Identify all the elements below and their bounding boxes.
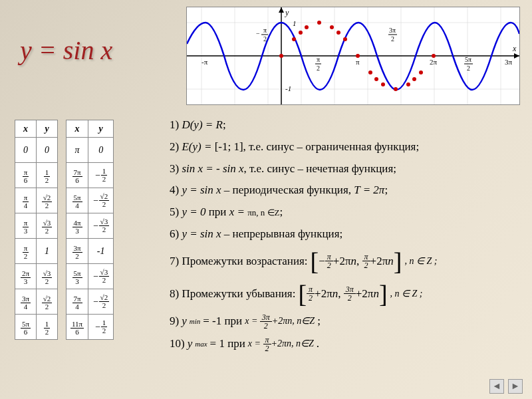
prop-9: 9) ymin= -1 при x = 3π2+2πn, n∈Z ;: [170, 313, 522, 330]
prop-5: 5) y = 0 при x = πn, n ∈Z;: [170, 204, 522, 220]
svg-point-17: [279, 54, 283, 58]
prop-10: 10) ymax= 1 при x = π2+2πn, n∈Z .: [170, 336, 522, 352]
nav-buttons: ◄ ►: [489, 379, 523, 394]
svg-point-18: [292, 37, 296, 41]
prop-6: 6) y = sin x – непрерывная функция;: [170, 226, 522, 242]
svg-point-22: [330, 25, 334, 29]
svg-point-23: [336, 31, 340, 35]
svg-text:5π: 5π: [465, 56, 471, 63]
svg-point-26: [368, 70, 372, 74]
prop-4: 4) y = sin x – периодическая функция, T …: [170, 182, 522, 198]
table-2: xy π0 7π6−12 5π4−√22 4π3−√32 3π2-1 5π3−√…: [66, 120, 114, 340]
table-1: xy 00 π612 π4√22 π3√32 π21 2π3√32 3π4√22…: [15, 120, 58, 340]
prop-7: 7) Промежутки возрастания: [−π2+2πn, π2+…: [170, 248, 522, 275]
svg-text:3π: 3π: [505, 58, 513, 66]
svg-text:y: y: [285, 8, 289, 17]
svg-text:1: 1: [293, 19, 297, 27]
svg-text:π: π: [317, 56, 320, 63]
svg-text:3π: 3π: [389, 27, 396, 34]
svg-point-31: [412, 77, 416, 81]
svg-point-20: [305, 25, 309, 29]
svg-point-27: [374, 77, 378, 81]
svg-text:2: 2: [467, 65, 470, 72]
svg-marker-16: [279, 7, 284, 13]
svg-point-30: [406, 82, 410, 86]
svg-text:π: π: [263, 27, 267, 34]
prop-3: 3) sin x = - sin x, т.е. синус – нечетна…: [170, 161, 522, 177]
nav-prev[interactable]: ◄: [489, 379, 504, 394]
properties-list: 1) D(y) = R; 2) E(y) = [-1; 1], т.е. син…: [170, 117, 522, 358]
page-title: y = sin x: [20, 35, 112, 66]
svg-text:2: 2: [391, 35, 394, 43]
svg-text:2π: 2π: [430, 58, 438, 66]
svg-point-21: [317, 21, 321, 25]
prop-2: 2) E(y) = [-1; 1], т.е. синус – ограниче…: [170, 139, 522, 155]
svg-point-19: [299, 31, 303, 35]
svg-text:2: 2: [263, 35, 267, 43]
prop-1: 1) D(y) = R;: [170, 117, 522, 133]
svg-point-28: [381, 82, 385, 86]
svg-text:−: −: [256, 30, 260, 37]
svg-point-32: [419, 70, 423, 74]
prop-8: 8) Промежутки убывания: [π2+2πn, 3π2+2πn…: [170, 281, 522, 307]
nav-next[interactable]: ►: [508, 379, 523, 394]
svg-marker-15: [514, 53, 519, 59]
svg-text:-1: -1: [285, 84, 291, 92]
svg-text:-π: -π: [201, 58, 208, 66]
svg-text:π: π: [356, 58, 360, 66]
svg-text:2: 2: [317, 65, 320, 72]
svg-text:x: x: [512, 44, 517, 53]
svg-point-24: [343, 37, 347, 41]
value-tables: xy 00 π612 π4√22 π3√32 π21 2π3√32 3π4√22…: [15, 120, 114, 340]
sine-graph: y x 1 -1 -π π 2π 3π −π2 π2 3π2 5π2: [186, 7, 520, 105]
svg-point-29: [394, 87, 398, 91]
